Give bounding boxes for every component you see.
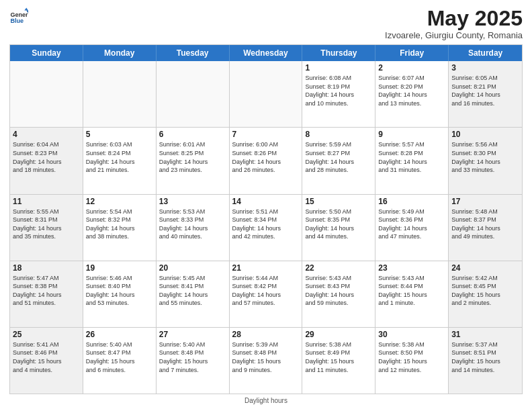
svg-text:Blue: Blue <box>10 17 24 24</box>
day-info: Sunrise: 6:01 AM Sunset: 8:25 PM Dayligh… <box>159 140 226 174</box>
day-info: Sunrise: 5:39 AM Sunset: 8:48 PM Dayligh… <box>232 340 300 374</box>
calendar-cell: 15Sunrise: 5:50 AM Sunset: 8:35 PM Dayli… <box>302 195 375 261</box>
day-number: 29 <box>305 330 372 339</box>
day-info: Sunrise: 5:37 AM Sunset: 8:51 PM Dayligh… <box>451 340 519 374</box>
calendar-cell: 13Sunrise: 5:53 AM Sunset: 8:33 PM Dayli… <box>157 195 230 261</box>
day-number: 4 <box>13 130 80 139</box>
day-number: 18 <box>13 263 80 273</box>
day-info: Sunrise: 5:40 AM Sunset: 8:47 PM Dayligh… <box>86 340 153 374</box>
calendar: SundayMondayTuesdayWednesdayThursdayFrid… <box>9 44 523 394</box>
calendar-cell: 1Sunrise: 6:08 AM Sunset: 8:19 PM Daylig… <box>302 61 375 127</box>
calendar-cell: 2Sunrise: 6:07 AM Sunset: 8:20 PM Daylig… <box>375 61 449 127</box>
day-number: 24 <box>451 263 519 273</box>
calendar-cell: 12Sunrise: 5:54 AM Sunset: 8:32 PM Dayli… <box>83 195 157 261</box>
header-day-thursday: Thursday <box>302 45 375 61</box>
day-number: 5 <box>86 130 153 139</box>
day-info: Sunrise: 5:49 AM Sunset: 8:36 PM Dayligh… <box>378 208 445 241</box>
day-number: 21 <box>232 263 300 273</box>
day-info: Sunrise: 5:51 AM Sunset: 8:34 PM Dayligh… <box>232 208 300 241</box>
day-info: Sunrise: 5:45 AM Sunset: 8:41 PM Dayligh… <box>159 274 226 308</box>
day-info: Sunrise: 5:43 AM Sunset: 8:43 PM Dayligh… <box>305 274 372 308</box>
footer-note: Daylight hours <box>9 397 523 404</box>
svg-marker-2 <box>24 7 28 10</box>
day-info: Sunrise: 6:00 AM Sunset: 8:26 PM Dayligh… <box>232 140 300 174</box>
calendar-week-4: 18Sunrise: 5:47 AM Sunset: 8:38 PM Dayli… <box>10 261 522 328</box>
month-title: May 2025 <box>385 7 523 30</box>
calendar-cell: 24Sunrise: 5:42 AM Sunset: 8:45 PM Dayli… <box>449 261 522 327</box>
calendar-cell: 17Sunrise: 5:48 AM Sunset: 8:37 PM Dayli… <box>449 195 522 261</box>
day-number: 20 <box>159 263 226 273</box>
calendar-cell <box>83 61 157 127</box>
day-number: 26 <box>86 330 153 339</box>
day-info: Sunrise: 5:59 AM Sunset: 8:27 PM Dayligh… <box>305 140 372 174</box>
calendar-cell: 29Sunrise: 5:38 AM Sunset: 8:49 PM Dayli… <box>302 328 375 394</box>
calendar-cell: 26Sunrise: 5:40 AM Sunset: 8:47 PM Dayli… <box>83 328 157 394</box>
calendar-cell <box>157 61 230 127</box>
calendar-week-1: 1Sunrise: 6:08 AM Sunset: 8:19 PM Daylig… <box>10 61 522 128</box>
day-number: 12 <box>86 197 153 206</box>
day-number: 7 <box>232 130 300 139</box>
header-day-tuesday: Tuesday <box>157 45 230 61</box>
calendar-cell: 21Sunrise: 5:44 AM Sunset: 8:42 PM Dayli… <box>230 261 303 327</box>
day-info: Sunrise: 5:48 AM Sunset: 8:37 PM Dayligh… <box>451 208 519 241</box>
day-info: Sunrise: 6:04 AM Sunset: 8:23 PM Dayligh… <box>13 140 80 174</box>
day-number: 23 <box>378 263 445 273</box>
calendar-cell: 11Sunrise: 5:55 AM Sunset: 8:31 PM Dayli… <box>10 195 83 261</box>
day-info: Sunrise: 5:53 AM Sunset: 8:33 PM Dayligh… <box>159 208 226 241</box>
day-number: 17 <box>451 197 519 206</box>
location-subtitle: Izvoarele, Giurgiu County, Romania <box>385 30 523 40</box>
calendar-cell: 23Sunrise: 5:43 AM Sunset: 8:44 PM Dayli… <box>375 261 449 327</box>
day-number: 19 <box>86 263 153 273</box>
day-info: Sunrise: 6:07 AM Sunset: 8:20 PM Dayligh… <box>378 74 445 107</box>
day-info: Sunrise: 5:38 AM Sunset: 8:50 PM Dayligh… <box>378 340 445 374</box>
day-number: 28 <box>232 330 300 339</box>
logo-icon: General Blue <box>9 7 28 26</box>
day-info: Sunrise: 5:40 AM Sunset: 8:48 PM Dayligh… <box>159 340 226 374</box>
calendar-week-3: 11Sunrise: 5:55 AM Sunset: 8:31 PM Dayli… <box>10 195 522 261</box>
day-number: 3 <box>451 63 519 73</box>
day-info: Sunrise: 6:08 AM Sunset: 8:19 PM Dayligh… <box>305 74 372 107</box>
day-number: 14 <box>232 197 300 206</box>
day-info: Sunrise: 5:43 AM Sunset: 8:44 PM Dayligh… <box>378 274 445 308</box>
calendar-cell: 28Sunrise: 5:39 AM Sunset: 8:48 PM Dayli… <box>230 328 303 394</box>
day-number: 15 <box>305 197 372 206</box>
day-info: Sunrise: 6:05 AM Sunset: 8:21 PM Dayligh… <box>451 74 519 107</box>
calendar-cell: 19Sunrise: 5:46 AM Sunset: 8:40 PM Dayli… <box>83 261 157 327</box>
calendar-header: SundayMondayTuesdayWednesdayThursdayFrid… <box>10 45 522 61</box>
day-info: Sunrise: 5:54 AM Sunset: 8:32 PM Dayligh… <box>86 208 153 241</box>
calendar-cell: 22Sunrise: 5:43 AM Sunset: 8:43 PM Dayli… <box>302 261 375 327</box>
day-number: 6 <box>159 130 226 139</box>
day-info: Sunrise: 5:57 AM Sunset: 8:28 PM Dayligh… <box>378 140 445 174</box>
calendar-week-5: 25Sunrise: 5:41 AM Sunset: 8:46 PM Dayli… <box>10 328 522 394</box>
day-info: Sunrise: 5:38 AM Sunset: 8:49 PM Dayligh… <box>305 340 372 374</box>
day-number: 27 <box>159 330 226 339</box>
logo: General Blue <box>9 7 28 26</box>
day-number: 13 <box>159 197 226 206</box>
day-info: Sunrise: 5:46 AM Sunset: 8:40 PM Dayligh… <box>86 274 153 308</box>
day-info: Sunrise: 5:44 AM Sunset: 8:42 PM Dayligh… <box>232 274 300 308</box>
calendar-cell: 30Sunrise: 5:38 AM Sunset: 8:50 PM Dayli… <box>375 328 449 394</box>
calendar-cell: 20Sunrise: 5:45 AM Sunset: 8:41 PM Dayli… <box>157 261 230 327</box>
calendar-cell: 7Sunrise: 6:00 AM Sunset: 8:26 PM Daylig… <box>230 128 303 193</box>
day-number: 2 <box>378 63 445 73</box>
header-day-sunday: Sunday <box>10 45 83 61</box>
title-section: May 2025 Izvoarele, Giurgiu County, Roma… <box>385 7 523 40</box>
daylight-label: Daylight hours <box>245 397 287 404</box>
day-info: Sunrise: 6:03 AM Sunset: 8:24 PM Dayligh… <box>86 140 153 174</box>
day-number: 10 <box>451 130 519 139</box>
page: General Blue May 2025 Izvoarele, Giurgiu… <box>0 0 532 411</box>
day-number: 16 <box>378 197 445 206</box>
day-info: Sunrise: 5:42 AM Sunset: 8:45 PM Dayligh… <box>451 274 519 308</box>
day-info: Sunrise: 5:55 AM Sunset: 8:31 PM Dayligh… <box>13 208 80 241</box>
header: General Blue May 2025 Izvoarele, Giurgiu… <box>9 7 523 40</box>
calendar-cell: 16Sunrise: 5:49 AM Sunset: 8:36 PM Dayli… <box>375 195 449 261</box>
header-day-monday: Monday <box>83 45 157 61</box>
calendar-cell: 31Sunrise: 5:37 AM Sunset: 8:51 PM Dayli… <box>449 328 522 394</box>
calendar-cell <box>10 61 83 127</box>
calendar-cell: 6Sunrise: 6:01 AM Sunset: 8:25 PM Daylig… <box>157 128 230 193</box>
calendar-body: 1Sunrise: 6:08 AM Sunset: 8:19 PM Daylig… <box>10 61 522 394</box>
day-info: Sunrise: 5:41 AM Sunset: 8:46 PM Dayligh… <box>13 340 80 374</box>
calendar-cell: 9Sunrise: 5:57 AM Sunset: 8:28 PM Daylig… <box>375 128 449 193</box>
calendar-cell: 4Sunrise: 6:04 AM Sunset: 8:23 PM Daylig… <box>10 128 83 193</box>
day-number: 11 <box>13 197 80 206</box>
